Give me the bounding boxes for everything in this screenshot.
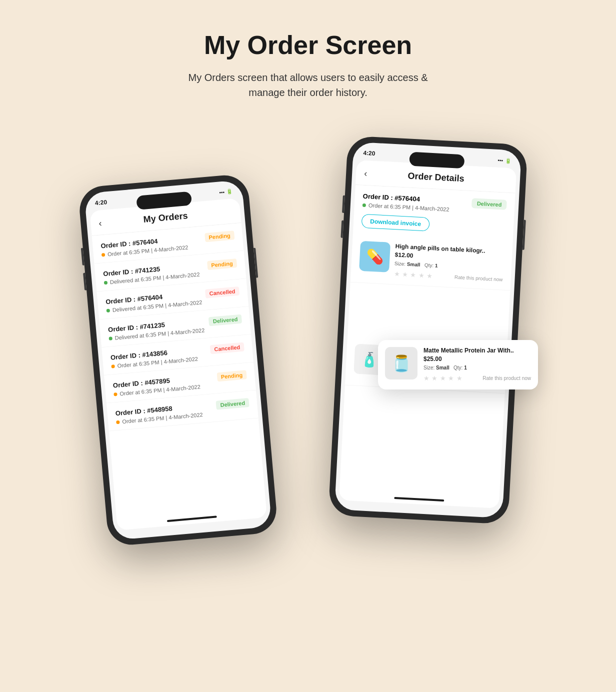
orders-screen-content: ‹ My Orders Order ID : #576404 Order at … <box>90 198 267 530</box>
floating-product-name: Matte Metallic Protein Jar With.. <box>424 347 531 354</box>
back-arrow-right[interactable]: ‹ <box>364 168 368 179</box>
product-image-1: 💊 <box>359 241 390 272</box>
phones-container: 4:20 ▪▪▪ 🔋 ‹ My Orders Order ID : #57640… <box>83 130 533 580</box>
floating-product-info: Matte Metallic Protein Jar With.. $25.00… <box>424 347 531 382</box>
status-icons-right: ▪▪▪ 🔋 <box>498 157 511 163</box>
stars-1: ★ ★ ★ ★ ★ Rate this product now <box>394 269 503 284</box>
floating-product-image: 🫙 <box>385 347 418 380</box>
phone-right-notch <box>409 152 464 169</box>
status-time-left: 4:20 <box>94 198 107 206</box>
order-delivered-badge: Delivered <box>472 198 506 210</box>
phone-left: 4:20 ▪▪▪ 🔋 ‹ My Orders Order ID : #57640… <box>78 174 278 547</box>
orders-screen-title: My Orders <box>143 210 188 225</box>
phone-left-screen: 4:20 ▪▪▪ 🔋 ‹ My Orders Order ID : #57640… <box>84 180 272 540</box>
page-subtitle: My Orders screen that allows users to ea… <box>178 70 438 100</box>
page-title: My Order Screen <box>204 30 412 60</box>
home-indicator-left <box>167 516 217 522</box>
phone-right-screen: 4:20 ▪▪▪ 🔋 ‹ Order Details Order ID : #5… <box>334 142 522 518</box>
home-indicator-right <box>394 497 444 502</box>
status-icons-left: ▪▪▪ 🔋 <box>219 188 232 195</box>
phone-right: 4:20 ▪▪▪ 🔋 ‹ Order Details Order ID : #5… <box>328 136 528 524</box>
status-time-right: 4:20 <box>363 150 376 157</box>
details-order-info: Order ID : #576404 Order at 6:35 PM | 4-… <box>353 185 516 243</box>
floating-product-meta: Size: Small Qty: 1 <box>424 365 531 370</box>
floating-rate-text: Rate this product now <box>482 376 531 381</box>
floating-stars: ★ ★ ★ ★ ★ Rate this product now <box>424 374 531 382</box>
floating-product-price: $25.00 <box>424 356 531 362</box>
details-screen-content: ‹ Order Details Order ID : #576404 Order… <box>339 160 516 508</box>
floating-product-card: 🫙 Matte Metallic Protein Jar With.. $25.… <box>378 340 538 390</box>
product-info-1: High angle pills on table kilogr.. $12.0… <box>394 242 504 284</box>
details-screen-title: Order Details <box>408 170 464 184</box>
rate-text-1: Rate this product now <box>454 274 503 282</box>
back-arrow-left[interactable]: ‹ <box>98 218 102 228</box>
product-item-1: 💊 High angle pills on table kilogr.. $12… <box>350 234 513 291</box>
download-invoice-button[interactable]: Download invoice <box>362 214 430 232</box>
